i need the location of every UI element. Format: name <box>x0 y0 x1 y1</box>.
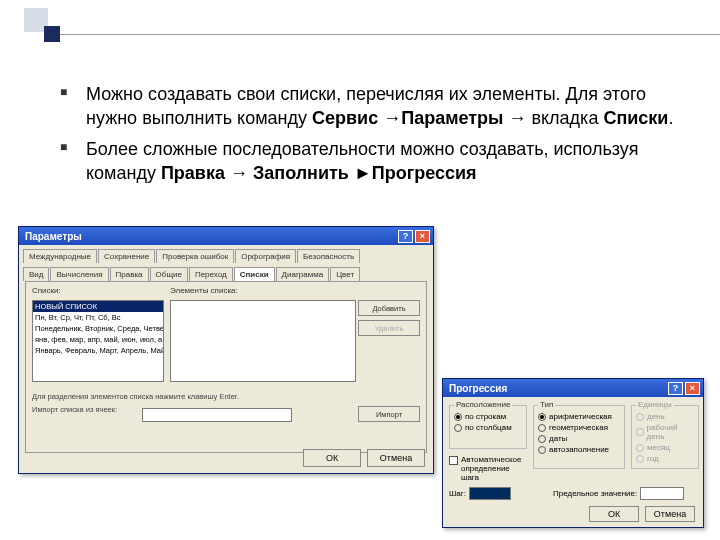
tab-panel: Списки: Элементы списка: НОВЫЙ СПИСОК Пн… <box>25 281 427 453</box>
limit-input[interactable] <box>640 487 684 500</box>
tabs-row2: Вид Вычисления Правка Общие Переход Спис… <box>19 263 433 281</box>
radio-geom[interactable]: геометрическая <box>538 423 620 432</box>
bullet-1: Можно создавать свои списки, перечисляя … <box>60 82 676 131</box>
radio-cols[interactable]: по столбцам <box>454 423 522 432</box>
import-button[interactable]: Импорт <box>358 406 420 422</box>
list-item[interactable]: янв, фев, мар, апр, май, июн, июл, а <box>33 334 163 345</box>
tab[interactable]: Общие <box>150 267 188 281</box>
tab[interactable]: Вид <box>23 267 49 281</box>
title-text: Параметры <box>25 231 82 242</box>
add-button[interactable]: Добавить <box>358 300 420 316</box>
group-type: Тип арифметическая геометрическая даты а… <box>533 405 625 469</box>
titlebar-parameters[interactable]: Параметры ? × <box>19 227 433 245</box>
ok-button[interactable]: ОК <box>589 506 639 522</box>
group-units: Единицы день рабочий день месяц год <box>631 405 699 469</box>
dialog-parameters: Параметры ? × Международные Сохранение П… <box>18 226 434 474</box>
radio-day: день <box>636 412 694 421</box>
checkbox-autostep-wrap: Автоматическое определение шага <box>449 453 527 482</box>
limit-row: Предельное значение: <box>553 487 684 500</box>
step-input[interactable] <box>469 487 511 500</box>
tab-lists-active[interactable]: Списки <box>234 267 275 281</box>
radio-wday: рабочий день <box>636 423 694 441</box>
tab[interactable]: Орфография <box>235 249 296 263</box>
radio-arith[interactable]: арифметическая <box>538 412 620 421</box>
tab[interactable]: Правка <box>110 267 149 281</box>
bullet-2: Более сложные последовательности можно с… <box>60 137 676 186</box>
delete-button: Удалить <box>358 320 420 336</box>
elements-textarea[interactable] <box>170 300 356 382</box>
label-elements: Элементы списка: <box>170 286 238 295</box>
cancel-button[interactable]: Отмена <box>645 506 695 522</box>
radio-rows[interactable]: по строкам <box>454 412 522 421</box>
tab[interactable]: Сохранение <box>98 249 155 263</box>
lists-listbox[interactable]: НОВЫЙ СПИСОК Пн, Вт, Ср, Чт, Пт, Сб, Вс … <box>32 300 164 382</box>
label-lists: Списки: <box>32 286 61 295</box>
tab[interactable]: Безопасность <box>297 249 360 263</box>
list-item[interactable]: Пн, Вт, Ср, Чт, Пт, Сб, Вс <box>33 312 163 323</box>
tab[interactable]: Проверка ошибок <box>156 249 234 263</box>
titlebar-progression[interactable]: Прогрессия ? × <box>443 379 703 397</box>
tab[interactable]: Вычисления <box>50 267 108 281</box>
tab[interactable]: Цвет <box>330 267 360 281</box>
tabs-row1: Международные Сохранение Проверка ошибок… <box>19 245 433 263</box>
list-item[interactable]: НОВЫЙ СПИСОК <box>33 301 163 312</box>
list-item[interactable]: Понедельник, Вторник, Среда, Четверг <box>33 323 163 334</box>
ok-button[interactable]: ОК <box>303 449 361 467</box>
dialog-progression: Прогрессия ? × Расположение по строкам п… <box>442 378 704 528</box>
radio-month: месяц <box>636 443 694 452</box>
help-button[interactable]: ? <box>668 382 683 395</box>
tab[interactable]: Переход <box>189 267 233 281</box>
list-item[interactable]: Январь, Февраль, Март, Апрель, Май, И <box>33 345 163 356</box>
tab[interactable]: Диаграмма <box>276 267 330 281</box>
cancel-button[interactable]: Отмена <box>367 449 425 467</box>
title-text: Прогрессия <box>449 383 507 394</box>
import-range-input[interactable] <box>142 408 292 422</box>
step-row: Шаг: <box>449 487 511 500</box>
bullet-list: Можно создавать свои списки, перечисляя … <box>60 82 676 191</box>
tab[interactable]: Международные <box>23 249 97 263</box>
dialog-buttons: ОК Отмена <box>303 449 425 467</box>
radio-dates[interactable]: даты <box>538 434 620 443</box>
group-location: Расположение по строкам по столбцам <box>449 405 527 449</box>
close-button[interactable]: × <box>685 382 700 395</box>
radio-auto[interactable]: автозаполнение <box>538 445 620 454</box>
dialog-buttons: ОК Отмена <box>589 506 695 522</box>
radio-year: год <box>636 454 694 463</box>
close-button[interactable]: × <box>415 230 430 243</box>
help-button[interactable]: ? <box>398 230 413 243</box>
checkbox-autostep[interactable]: Автоматическое определение шага <box>449 455 527 482</box>
